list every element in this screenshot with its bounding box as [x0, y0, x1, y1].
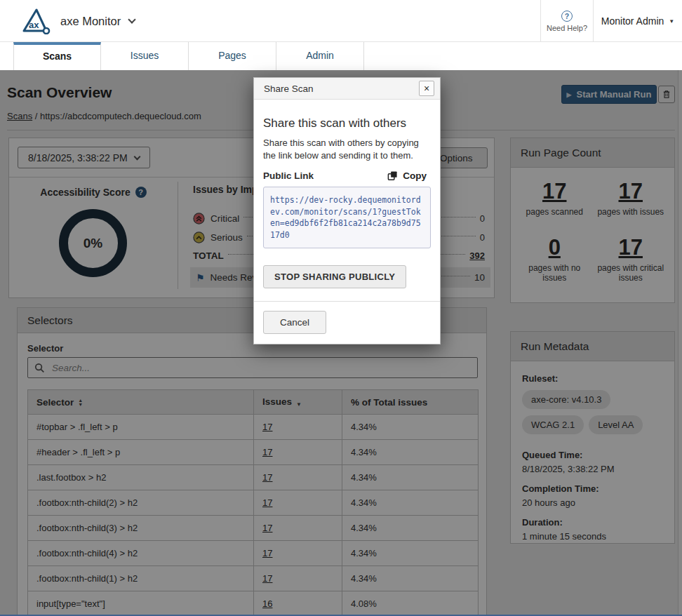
user-menu-label: Monitor Admin: [601, 15, 664, 27]
axe-logo-icon: ax: [21, 8, 52, 34]
app-logo-menu[interactable]: ax axe Monitor: [21, 8, 135, 34]
help-icon: ?: [561, 11, 573, 22]
public-link-text[interactable]: https://dev-rocky.dequemonitordev.com/mo…: [263, 187, 431, 248]
stop-sharing-button[interactable]: STOP SHARING PUBLICLY: [263, 265, 406, 288]
svg-text:ax: ax: [29, 20, 39, 30]
tab-issues[interactable]: Issues: [101, 42, 189, 70]
copy-link-button[interactable]: Copy: [383, 170, 431, 182]
app-header: ax axe Monitor ? Need Help? Monitor Admi…: [0, 0, 682, 42]
need-help-label: Need Help?: [547, 24, 587, 32]
tab-pages[interactable]: Pages: [189, 42, 276, 70]
app-title: axe Monitor: [60, 15, 121, 28]
modal-footer: Cancel: [254, 301, 440, 344]
share-description: Share this scan with others by copying t…: [263, 137, 431, 161]
caret-down-icon: ▼: [669, 18, 674, 25]
tab-admin[interactable]: Admin: [276, 42, 364, 70]
modal-title: Share Scan: [264, 83, 419, 94]
modal-header: Share Scan ×: [254, 78, 440, 100]
cancel-button[interactable]: Cancel: [263, 311, 326, 334]
close-icon: ×: [424, 83, 429, 94]
tab-scans[interactable]: Scans: [13, 42, 101, 70]
copy-icon: [387, 170, 398, 181]
share-scan-modal: Share Scan × Share this scan with others…: [253, 77, 441, 344]
app-screen: ax axe Monitor ? Need Help? Monitor Admi…: [0, 0, 682, 616]
share-heading: Share this scan with others: [263, 116, 431, 130]
modal-body: Share this scan with others Share this s…: [254, 100, 440, 301]
chevron-down-icon: [128, 15, 136, 23]
public-link-label: Public Link: [263, 170, 314, 181]
main-nav: Scans Issues Pages Admin: [0, 42, 682, 70]
close-button[interactable]: ×: [419, 81, 434, 96]
user-menu-button[interactable]: Monitor Admin ▼: [594, 0, 682, 42]
need-help-button[interactable]: ? Need Help?: [541, 0, 593, 42]
